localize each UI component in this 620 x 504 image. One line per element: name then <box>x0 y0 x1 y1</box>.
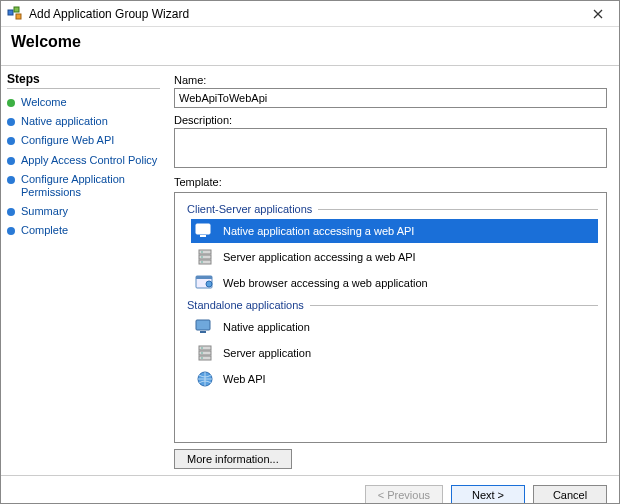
svg-rect-20 <box>199 356 211 360</box>
group-title: Standalone applications <box>187 299 304 311</box>
svg-point-22 <box>201 352 203 354</box>
description-label: Description: <box>174 114 607 126</box>
steps-sidebar: Steps WelcomeNative applicationConfigure… <box>1 66 166 475</box>
template-item[interactable]: Native application accessing a web API <box>191 219 598 243</box>
native-to-api-icon <box>195 222 215 240</box>
step-bullet-icon <box>7 99 15 107</box>
svg-point-10 <box>201 251 203 253</box>
description-input[interactable] <box>174 128 607 168</box>
svg-rect-9 <box>199 260 211 264</box>
template-group-client-server: Client-Server applications <box>187 203 598 215</box>
wizard-header: Welcome <box>1 27 619 65</box>
template-item[interactable]: Server application accessing a web API <box>191 245 598 269</box>
step-label[interactable]: Complete <box>21 224 68 237</box>
step-bullet-icon <box>7 137 15 145</box>
steps-title: Steps <box>7 72 160 89</box>
step-item[interactable]: Native application <box>7 112 160 131</box>
divider <box>310 305 598 306</box>
template-item-label: Web API <box>223 373 266 385</box>
template-label: Template: <box>174 176 607 188</box>
svg-rect-0 <box>8 10 13 15</box>
template-item-label: Server application accessing a web API <box>223 251 416 263</box>
step-item[interactable]: Apply Access Control Policy <box>7 151 160 170</box>
step-bullet-icon <box>7 118 15 126</box>
step-item[interactable]: Summary <box>7 202 160 221</box>
cancel-button[interactable]: Cancel <box>533 485 607 505</box>
step-item[interactable]: Configure Web API <box>7 131 160 150</box>
svg-rect-1 <box>14 7 19 12</box>
template-item[interactable]: Native application <box>191 315 598 339</box>
svg-point-23 <box>201 357 203 359</box>
close-button[interactable] <box>583 4 613 24</box>
step-item[interactable]: Complete <box>7 221 160 240</box>
step-item[interactable]: Configure Application Permissions <box>7 170 160 202</box>
svg-rect-14 <box>196 276 212 279</box>
svg-rect-18 <box>199 346 211 350</box>
browser-to-app-icon <box>195 274 215 292</box>
svg-rect-5 <box>196 224 210 234</box>
group-title: Client-Server applications <box>187 203 312 215</box>
step-bullet-icon <box>7 227 15 235</box>
title-bar: Add Application Group Wizard <box>1 1 619 27</box>
svg-rect-6 <box>200 235 206 237</box>
template-item-label: Native application accessing a web API <box>223 225 414 237</box>
step-item[interactable]: Welcome <box>7 93 160 112</box>
svg-rect-16 <box>196 320 210 330</box>
svg-point-12 <box>201 261 203 263</box>
template-item-label: Server application <box>223 347 311 359</box>
svg-rect-7 <box>199 250 211 254</box>
step-bullet-icon <box>7 157 15 165</box>
previous-button: < Previous <box>365 485 443 505</box>
web-api-icon <box>195 370 215 388</box>
template-list: Client-Server applications Native applic… <box>174 192 607 443</box>
step-label[interactable]: Configure Application Permissions <box>21 173 160 199</box>
app-icon <box>7 6 23 22</box>
template-item[interactable]: Web browser accessing a web application <box>191 271 598 295</box>
next-button[interactable]: Next > <box>451 485 525 505</box>
step-bullet-icon <box>7 176 15 184</box>
svg-point-11 <box>201 256 203 258</box>
more-information-button[interactable]: More information... <box>174 449 292 469</box>
template-item[interactable]: Web API <box>191 367 598 391</box>
svg-rect-19 <box>199 351 211 355</box>
server-to-api-icon <box>195 248 215 266</box>
name-input[interactable] <box>174 88 607 108</box>
step-label[interactable]: Welcome <box>21 96 67 109</box>
window-title: Add Application Group Wizard <box>29 7 189 21</box>
step-label[interactable]: Configure Web API <box>21 134 114 147</box>
template-item-label: Web browser accessing a web application <box>223 277 428 289</box>
svg-rect-17 <box>200 331 206 333</box>
template-group-standalone: Standalone applications <box>187 299 598 311</box>
server-app-icon <box>195 344 215 362</box>
main-panel: Name: Description: Template: Client-Serv… <box>166 66 619 475</box>
native-app-icon <box>195 318 215 336</box>
wizard-footer: < Previous Next > Cancel <box>1 475 619 504</box>
page-title: Welcome <box>11 33 609 51</box>
step-label[interactable]: Apply Access Control Policy <box>21 154 157 167</box>
svg-rect-2 <box>16 14 21 19</box>
name-label: Name: <box>174 74 607 86</box>
close-icon <box>593 9 603 19</box>
svg-point-15 <box>206 281 212 287</box>
template-item[interactable]: Server application <box>191 341 598 365</box>
divider <box>318 209 598 210</box>
svg-point-21 <box>201 347 203 349</box>
step-label[interactable]: Summary <box>21 205 68 218</box>
step-bullet-icon <box>7 208 15 216</box>
svg-rect-8 <box>199 255 211 259</box>
template-item-label: Native application <box>223 321 310 333</box>
step-label[interactable]: Native application <box>21 115 108 128</box>
